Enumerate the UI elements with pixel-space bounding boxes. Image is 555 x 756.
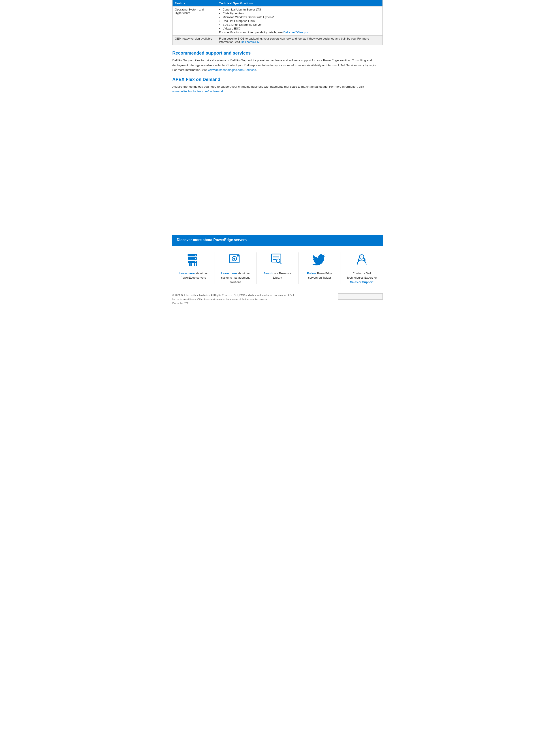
oem-link[interactable]: Dell.com/OEM	[241, 40, 260, 44]
table-cell-specs-os: Canonical Ubuntu Server LTS Citrix Hyper…	[217, 6, 382, 36]
table-row-oem: OEM-ready version available From bezel t…	[173, 36, 383, 45]
svg-rect-8	[190, 264, 192, 266]
card-poweredge-link[interactable]: Learn more	[179, 272, 195, 275]
empty-space	[172, 98, 383, 233]
card-systems-mgmt-text: Learn more about our systems management …	[218, 271, 253, 284]
recommended-heading: Recommended support and services	[172, 51, 383, 56]
os-support-link[interactable]: Dell.com/OSsupport	[283, 31, 309, 34]
card-twitter-link[interactable]: Follow	[307, 272, 316, 275]
svg-rect-14	[237, 255, 239, 256]
list-item: Microsoft Windows Server with Hyper-V	[223, 15, 380, 19]
svg-rect-9	[194, 264, 196, 266]
os-note-text: For specifications and interoperability …	[219, 31, 284, 34]
disk-icon	[227, 252, 243, 268]
apex-heading: APEX Flex on Demand	[172, 77, 383, 82]
footer-logo-placeholder	[338, 293, 383, 300]
card-poweredge: Learn more about our PowerEdge servers	[172, 252, 214, 284]
card-twitter-text: Follow PowerEdge servers on Twitter	[302, 271, 337, 280]
svg-rect-10	[196, 264, 197, 266]
card-twitter: Follow PowerEdge servers on Twitter	[299, 252, 341, 284]
table-cell-feature-oem: OEM-ready version available	[173, 36, 217, 45]
svg-point-2	[195, 255, 196, 255]
svg-point-4	[195, 258, 196, 259]
svg-point-6	[195, 262, 196, 262]
apex-body: Acquire the technology you need to suppo…	[172, 84, 383, 94]
discover-bar: Discover more about PowerEdge servers	[172, 235, 383, 245]
card-resource-library-link[interactable]: Search	[263, 272, 273, 275]
svg-rect-7	[189, 264, 190, 266]
recommended-body: Dell ProSupport Plus for critical system…	[172, 58, 383, 73]
twitter-icon	[312, 252, 328, 268]
card-expert: Contact a Dell Technologies Expert for S…	[341, 252, 383, 284]
list-item: VMware ESXi	[223, 27, 380, 30]
cards-container: Learn more about our PowerEdge servers L…	[172, 245, 383, 289]
table-header-specs: Technical Specifications	[217, 0, 382, 6]
footer: © 2021 Dell Inc. or its subsidiaries. Al…	[172, 289, 383, 308]
card-systems-mgmt: Learn more about our systems management …	[214, 252, 256, 284]
servers-icon	[185, 252, 201, 268]
list-item: Red Hat Enterprise Linux	[223, 19, 380, 22]
svg-rect-23	[364, 259, 366, 262]
card-systems-mgmt-link[interactable]: Learn more	[221, 272, 237, 275]
headset-icon	[354, 252, 370, 268]
card-poweredge-text: Learn more about our PowerEdge servers	[176, 271, 211, 280]
footer-copyright: © 2021 Dell Inc. or its subsidiaries. Al…	[172, 293, 298, 305]
list-item: SUSE Linux Enterprise Server	[223, 23, 380, 27]
card-resource-library: Search our Resource Library	[256, 252, 299, 284]
list-item: Canonical Ubuntu Server LTS	[223, 8, 380, 11]
table-cell-feature-os: Operating System and Hypervisors	[173, 6, 217, 36]
svg-rect-22	[358, 259, 359, 262]
list-item: Citrix Hypervisor	[223, 12, 380, 15]
card-expert-link[interactable]: Sales or Support	[350, 280, 373, 284]
svg-point-13	[233, 258, 235, 259]
card-expert-text: Contact a Dell Technologies Expert for S…	[344, 271, 379, 284]
table-cell-specs-oem: From bezel to BIOS to packaging, your se…	[217, 36, 382, 45]
ondemand-link[interactable]: www.delltechnologies.com/ondemand	[172, 90, 223, 93]
spec-table: Feature Technical Specifications Operati…	[172, 0, 383, 45]
table-header-feature: Feature	[173, 0, 217, 6]
services-link[interactable]: www.delltechnologies.com/Services	[208, 68, 256, 72]
table-row-os: Operating System and Hypervisors Canonic…	[173, 6, 383, 36]
card-resource-library-text: Search our Resource Library	[260, 271, 295, 280]
search-doc-icon	[270, 252, 285, 268]
